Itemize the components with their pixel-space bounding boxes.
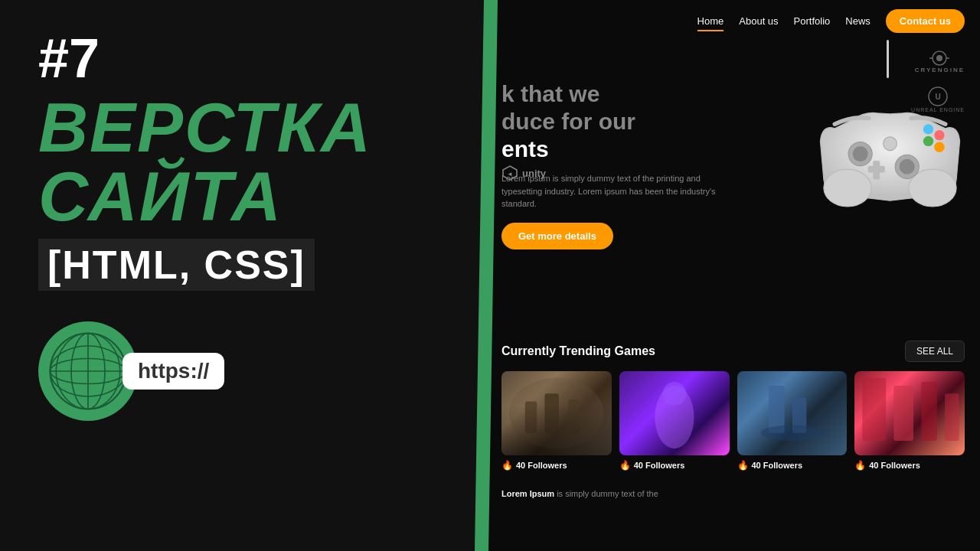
see-all-button[interactable]: SEE ALL xyxy=(905,341,965,362)
game-card-2: 🔥 40 Followers xyxy=(619,371,730,471)
nav-news[interactable]: News xyxy=(845,12,871,30)
game-thumbnail-1[interactable] xyxy=(501,371,612,455)
hero-title: k that we duce for our ents xyxy=(501,80,785,163)
svg-rect-41 xyxy=(863,378,887,441)
game-followers-1: 🔥 40 Followers xyxy=(501,460,612,471)
left-panel: #7 ВЕРСТКА САЙТА [HTML, CSS] https:// xyxy=(0,0,486,551)
game-thumbnail-4[interactable] xyxy=(854,371,965,455)
svg-rect-32 xyxy=(568,400,579,433)
svg-point-20 xyxy=(900,159,915,174)
fire-icon-1: 🔥 xyxy=(501,460,513,471)
svg-point-24 xyxy=(934,130,944,140)
svg-point-25 xyxy=(934,142,944,152)
svg-point-35 xyxy=(662,382,686,406)
nav-about[interactable]: About us xyxy=(739,12,778,30)
svg-rect-28 xyxy=(501,371,612,455)
contact-button[interactable]: Contact us xyxy=(886,9,965,33)
title-line1: ВЕРСТКА САЙТА xyxy=(38,93,372,231)
trending-section: Currently Trending Games SEE ALL 🔥 xyxy=(486,333,980,478)
hero-section: CRYENGINE U UNREAL ENGINE ◄ unity xyxy=(486,42,980,333)
game-thumbnail-3[interactable] xyxy=(737,371,848,455)
unity-logo: ◄ unity xyxy=(501,165,546,181)
hero-text: k that we duce for our ents Lorem ipsum … xyxy=(494,50,785,257)
trending-header: Currently Trending Games SEE ALL xyxy=(501,341,965,362)
svg-point-29 xyxy=(509,378,603,448)
svg-point-18 xyxy=(853,146,868,161)
svg-rect-44 xyxy=(945,393,959,441)
svg-rect-22 xyxy=(868,166,885,173)
svg-point-27 xyxy=(884,137,897,151)
trending-title: Currently Trending Games xyxy=(501,344,655,358)
svg-point-26 xyxy=(923,124,933,134)
svg-point-8 xyxy=(936,55,942,61)
nav-portfolio[interactable]: Portfolio xyxy=(794,12,831,30)
game-followers-4: 🔥 40 Followers xyxy=(854,460,965,471)
https-badge: https:// xyxy=(122,353,224,390)
navigation: Home About us Portfolio News Contact us xyxy=(486,0,980,42)
episode-number: #7 xyxy=(38,31,100,86)
right-panel: Home About us Portfolio News Contact us … xyxy=(486,0,980,551)
globe-container: https:// xyxy=(38,321,224,421)
fire-icon-2: 🔥 xyxy=(619,460,631,471)
svg-rect-30 xyxy=(525,402,537,433)
game-followers-3: 🔥 40 Followers xyxy=(737,460,848,471)
subtitle: [HTML, CSS] xyxy=(38,239,315,291)
games-grid: 🔥 40 Followers 🔥 40 Followers xyxy=(501,371,965,471)
game-card-1: 🔥 40 Followers xyxy=(501,371,612,471)
get-more-button[interactable]: Get more details xyxy=(501,223,613,249)
game-thumbnail-2[interactable] xyxy=(619,371,730,455)
svg-rect-42 xyxy=(894,386,914,441)
game-followers-2: 🔥 40 Followers xyxy=(619,460,730,471)
svg-text:◄: ◄ xyxy=(507,171,513,178)
game-card-4: 🔥 40 Followers xyxy=(854,371,965,471)
fire-icon-4: 🔥 xyxy=(854,460,866,471)
fire-icon-3: 🔥 xyxy=(737,460,749,471)
svg-rect-31 xyxy=(544,393,558,432)
svg-point-15 xyxy=(824,169,871,207)
svg-rect-43 xyxy=(922,382,938,441)
game-card-3: 🔥 40 Followers xyxy=(737,371,848,471)
svg-point-39 xyxy=(760,425,823,441)
svg-point-23 xyxy=(923,136,933,146)
gamepad xyxy=(804,69,976,230)
nav-home[interactable]: Home xyxy=(697,12,724,30)
bottom-text: Lorem Ipsum is simply dummy text of the xyxy=(486,478,980,510)
